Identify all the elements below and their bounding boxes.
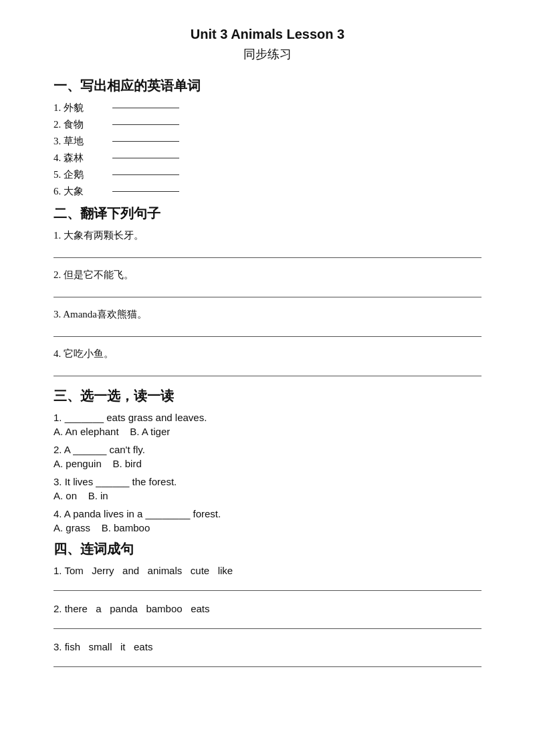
section4-title: 四、连词成句 (54, 540, 481, 558)
section1-title: 一、写出相应的英语单词 (54, 77, 481, 95)
word-num: 1. 外貌 (54, 102, 107, 114)
choice-options: A. on B. in (54, 490, 481, 501)
section1: 一、写出相应的英语单词 1. 外貌 2. 食物 3. 草地 4. 森林 5. 企… (54, 77, 481, 198)
list-item: 2. 但是它不能飞。 (54, 269, 481, 297)
word-blank[interactable] (112, 124, 179, 125)
list-item: 2. there a panda bamboo eats (54, 603, 481, 614)
word-num: 2. 食物 (54, 118, 107, 131)
list-item: 4. 它吃小鱼。 (54, 348, 481, 376)
list-item: 1. 外貌 (54, 102, 481, 114)
list-item: 2. A ______ can't fly. (54, 444, 481, 455)
translate-question: 1. 大象有两颗长牙。 (54, 229, 481, 242)
translate-question: 3. Amanda喜欢熊猫。 (54, 308, 481, 321)
answer-line[interactable] (54, 579, 481, 591)
section2-title: 二、翻译下列句子 (54, 205, 481, 223)
list-item: 3. Amanda喜欢熊猫。 (54, 308, 481, 337)
word-blank[interactable] (112, 108, 179, 108)
list-item: 3. 草地 (54, 135, 481, 148)
list-item: 2. 食物 (54, 118, 481, 131)
answer-line[interactable] (54, 617, 481, 629)
choice-list: 1. _______ eats grass and leaves. A. An … (54, 412, 481, 533)
answer-line[interactable] (54, 655, 481, 667)
list-item: 6. 大象 (54, 185, 481, 198)
word-num: 5. 企鹅 (54, 168, 107, 181)
list-item: 5. 企鹅 (54, 168, 481, 181)
answer-line[interactable] (54, 325, 481, 337)
answer-line[interactable] (54, 364, 481, 376)
word-num: 4. 森林 (54, 152, 107, 164)
answer-line[interactable] (54, 246, 481, 258)
answer-line[interactable] (54, 285, 481, 297)
section3-title: 三、选一选，读一读 (54, 387, 481, 405)
main-title: Unit 3 Animals Lesson 3 (54, 27, 481, 42)
word-blank[interactable] (112, 191, 179, 192)
word-num: 6. 大象 (54, 185, 107, 198)
list-item: 1. _______ eats grass and leaves. (54, 412, 481, 423)
list-item: 3. fish small it eats (54, 641, 481, 652)
list-item: 4. A panda lives in a ________ forest. (54, 508, 481, 519)
list-item: 1. 大象有两颗长牙。 (54, 229, 481, 258)
word-blank[interactable] (112, 158, 179, 158)
sentence-list: 1. Tom Jerry and animals cute like 2. th… (54, 565, 481, 667)
section4: 四、连词成句 1. Tom Jerry and animals cute lik… (54, 540, 481, 667)
list-item: 1. Tom Jerry and animals cute like (54, 565, 481, 576)
word-blank[interactable] (112, 174, 179, 175)
translate-question: 4. 它吃小鱼。 (54, 348, 481, 360)
word-num: 3. 草地 (54, 135, 107, 148)
choice-options: A. grass B. bamboo (54, 522, 481, 533)
section2: 二、翻译下列句子 1. 大象有两颗长牙。 2. 但是它不能飞。 3. Amand… (54, 205, 481, 376)
list-item: 4. 森林 (54, 152, 481, 164)
choice-options: A. An elephant B. A tiger (54, 426, 481, 437)
word-list: 1. 外貌 2. 食物 3. 草地 4. 森林 5. 企鹅 6. 大象 (54, 102, 481, 198)
word-blank[interactable] (112, 141, 179, 142)
translate-list: 1. 大象有两颗长牙。 2. 但是它不能飞。 3. Amanda喜欢熊猫。 4.… (54, 229, 481, 376)
section3: 三、选一选，读一读 1. _______ eats grass and leav… (54, 387, 481, 533)
list-item: 3. It lives ______ the forest. (54, 476, 481, 487)
translate-question: 2. 但是它不能飞。 (54, 269, 481, 281)
sub-title: 同步练习 (54, 46, 481, 62)
choice-options: A. penguin B. bird (54, 458, 481, 469)
